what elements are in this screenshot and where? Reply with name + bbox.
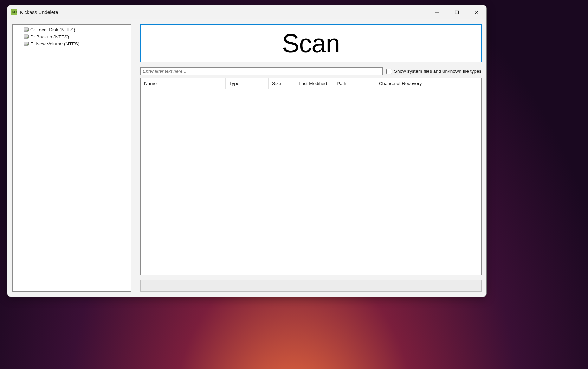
scan-button[interactable]: Scan <box>140 24 482 62</box>
show-system-label: Show system files and unknown file types <box>394 69 482 74</box>
minimize-button[interactable] <box>427 5 447 19</box>
app-icon: KU <box>11 9 17 15</box>
drive-label: E: New Volume (NTFS) <box>30 41 79 46</box>
drive-label: C: Local Disk (NTFS) <box>30 27 75 32</box>
close-icon <box>474 10 479 14</box>
main-panel: Scan Show system files and unknown file … <box>140 24 482 292</box>
filter-input[interactable] <box>140 67 383 75</box>
disk-icon <box>24 42 29 46</box>
close-button[interactable] <box>467 5 486 19</box>
tree-connector-icon <box>18 26 22 33</box>
minimize-icon <box>435 10 439 14</box>
tree-connector-icon <box>18 40 22 47</box>
column-header-path[interactable]: Path <box>333 78 375 89</box>
drive-item-c[interactable]: C: Local Disk (NTFS) <box>15 26 129 33</box>
filter-row: Show system files and unknown file types <box>140 67 482 75</box>
titlebar: KU Kickass Undelete <box>7 5 486 19</box>
column-header-last-modified[interactable]: Last Modified <box>295 78 333 89</box>
column-header-filler <box>445 78 481 89</box>
svg-point-6 <box>27 30 28 31</box>
disk-icon <box>24 34 29 39</box>
drive-item-d[interactable]: D: Backup (NTFS) <box>15 33 129 40</box>
maximize-button[interactable] <box>447 5 467 19</box>
tree-connector-icon <box>18 33 22 40</box>
column-header-name[interactable]: Name <box>141 78 226 89</box>
drive-tree[interactable]: C: Local Disk (NTFS) D: Backup (NTFS) <box>12 24 131 292</box>
svg-rect-1 <box>455 11 459 14</box>
drive-label: D: Backup (NTFS) <box>30 34 69 39</box>
table-header: Name Type Size Last Modified Path Chance… <box>141 78 481 89</box>
svg-point-9 <box>27 37 28 38</box>
column-header-type[interactable]: Type <box>226 78 269 89</box>
statusbar <box>140 280 482 292</box>
show-system-checkbox[interactable] <box>386 69 392 74</box>
disk-icon <box>24 27 29 32</box>
app-window: KU Kickass Undelete <box>7 5 487 297</box>
results-table: Name Type Size Last Modified Path Chance… <box>140 78 482 275</box>
svg-point-12 <box>27 44 28 45</box>
window-controls <box>427 5 486 19</box>
maximize-icon <box>455 10 459 14</box>
client-area: C: Local Disk (NTFS) D: Backup (NTFS) <box>7 19 486 297</box>
window-title: Kickass Undelete <box>20 9 58 15</box>
column-header-size[interactable]: Size <box>269 78 295 89</box>
drive-item-e[interactable]: E: New Volume (NTFS) <box>15 40 129 47</box>
column-header-chance[interactable]: Chance of Recovery <box>375 78 445 89</box>
show-system-checkbox-wrap[interactable]: Show system files and unknown file types <box>386 69 482 74</box>
table-body <box>141 89 481 275</box>
